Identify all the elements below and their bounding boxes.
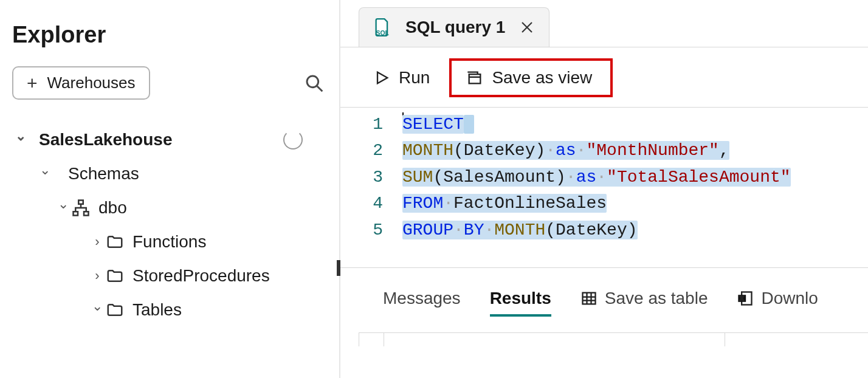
tree-label: dbo (98, 198, 127, 218)
sql-editor[interactable]: 1 SELECT 2 MONTH(DateKey)·as·"MonthNumbe… (340, 108, 868, 249)
tree-node-storedprocedures[interactable]: StoredProcedures (12, 259, 327, 293)
chevron-down-icon (89, 302, 106, 318)
tree-node-dbo[interactable]: dbo (12, 191, 327, 225)
sql-file-icon: SQL (374, 18, 391, 36)
tree-node-functions[interactable]: Functions (12, 225, 327, 259)
svg-rect-10 (582, 293, 595, 304)
plus-icon: + (27, 74, 38, 92)
folder-icon (106, 301, 124, 319)
code-line: GROUP·BY·MONTH(DateKey) (396, 217, 638, 243)
code-line: MONTH(DateKey)·as·"MonthNumber", (396, 137, 729, 163)
query-toolbar: Run Save as view (340, 47, 868, 108)
pane-splitter[interactable] (340, 267, 868, 268)
results-bar: Messages Results Save as table X Downlo (340, 268, 868, 317)
svg-line-1 (317, 86, 323, 91)
explorer-title: Explorer (12, 22, 327, 48)
code-line: FROM·FactOnlineSales (396, 190, 607, 216)
svg-rect-2 (78, 201, 83, 204)
folder-icon (106, 233, 124, 251)
save-as-table-label: Save as table (605, 289, 708, 308)
line-number: 2 (340, 137, 396, 163)
chevron-down-icon (36, 166, 53, 182)
save-as-view-button[interactable]: Save as view (458, 63, 601, 92)
svg-rect-8 (469, 74, 481, 83)
explorer-tree: SalesLakehouse Schemas dbo Functions (12, 123, 327, 327)
splitter-grip-icon (337, 260, 340, 276)
tree-label: StoredProcedures (133, 266, 270, 286)
main-panel: SQL SQL query 1 Run Save as view (340, 0, 868, 378)
svg-text:X: X (740, 294, 744, 301)
tree-node-saleslakehouse[interactable]: SalesLakehouse (12, 123, 327, 157)
results-grid[interactable] (359, 332, 868, 346)
save-view-icon (466, 69, 483, 86)
svg-rect-4 (84, 211, 89, 215)
line-number: 4 (340, 190, 396, 216)
save-as-view-highlight: Save as view (449, 58, 613, 97)
play-icon (373, 69, 390, 86)
messages-label: Messages (383, 289, 461, 308)
svg-rect-3 (74, 211, 78, 215)
download-label: Downlo (761, 289, 818, 308)
chevron-down-icon (12, 132, 29, 148)
chevron-right-icon (89, 234, 106, 250)
results-label: Results (490, 289, 551, 308)
add-warehouses-button[interactable]: + Warehouses (12, 66, 150, 100)
schema-icon (72, 199, 90, 217)
search-icon (305, 74, 324, 93)
tab-messages[interactable]: Messages (383, 289, 461, 308)
folder-icon (106, 267, 124, 285)
loading-spinner-icon (283, 130, 303, 149)
svg-point-0 (307, 76, 319, 88)
code-line: SUM(SalesAmount)·as·"TotalSalesAmount" (396, 164, 791, 190)
run-label: Run (399, 68, 430, 88)
download-button[interactable]: X Downlo (737, 289, 818, 308)
search-button[interactable] (301, 70, 327, 96)
svg-text:SQL: SQL (376, 30, 390, 36)
tree-label: Tables (133, 300, 182, 320)
save-as-view-label: Save as view (492, 68, 592, 88)
line-number: 1 (340, 111, 396, 137)
code-line: SELECT (396, 111, 474, 137)
tab-title: SQL query 1 (405, 18, 505, 37)
close-icon[interactable] (520, 20, 534, 35)
line-number: 5 (340, 217, 396, 243)
tree-node-schemas[interactable]: Schemas (12, 157, 327, 191)
save-as-table-button[interactable]: Save as table (580, 289, 708, 308)
tree-node-tables[interactable]: Tables (12, 293, 327, 327)
tab-bar: SQL SQL query 1 (340, 0, 868, 47)
table-icon (580, 290, 598, 307)
explorer-panel: Explorer + Warehouses SalesLakehouse Sch… (0, 0, 340, 378)
tree-label: Functions (133, 232, 206, 252)
run-button[interactable]: Run (365, 63, 438, 92)
add-warehouses-label: Warehouses (47, 74, 136, 92)
tab-results[interactable]: Results (490, 289, 551, 308)
tree-label: SalesLakehouse (39, 130, 172, 149)
chevron-down-icon (55, 200, 72, 216)
line-number: 3 (340, 164, 396, 190)
excel-icon: X (737, 290, 754, 307)
tab-sql-query-1[interactable]: SQL SQL query 1 (359, 7, 549, 47)
tree-label: Schemas (68, 164, 139, 184)
chevron-right-icon (89, 268, 106, 284)
